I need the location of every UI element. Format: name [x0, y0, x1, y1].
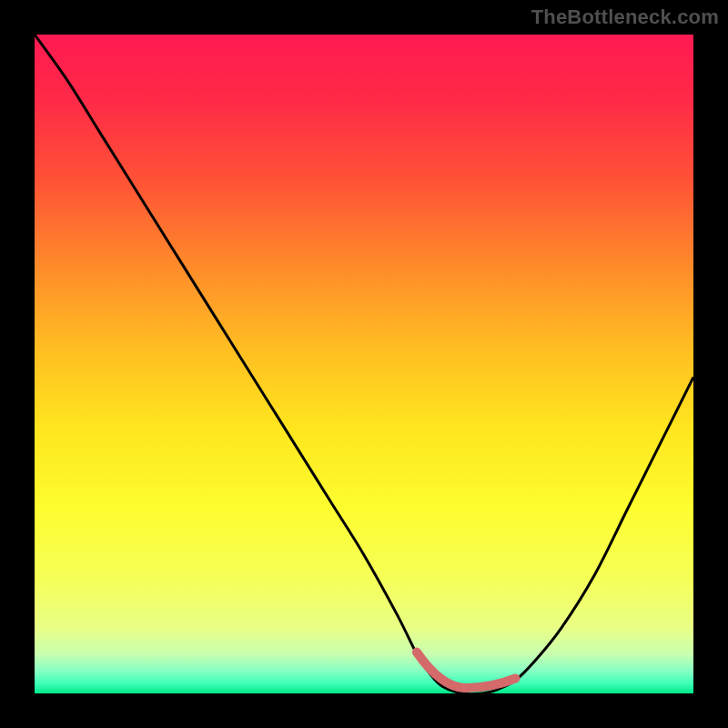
bottleneck-chart: [35, 35, 693, 693]
watermark-text: TheBottleneck.com: [531, 5, 719, 29]
plot-area: [35, 35, 693, 693]
chart-frame: TheBottleneck.com: [0, 0, 728, 728]
gradient-background: [35, 35, 693, 693]
